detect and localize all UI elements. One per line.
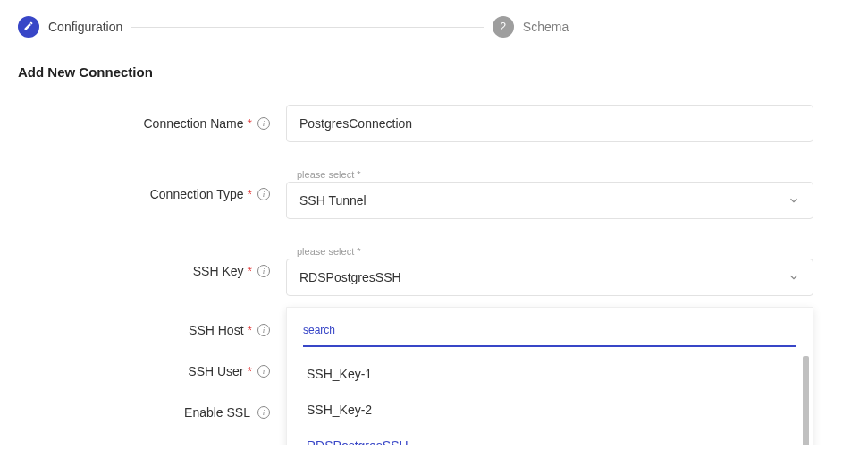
stepper: Configuration 2 Schema (18, 16, 850, 38)
info-icon[interactable] (257, 117, 270, 130)
step-label-schema: Schema (523, 20, 569, 34)
float-label-connection-type: please select * (297, 169, 813, 180)
required-marker: * (248, 116, 252, 131)
dropdown-option-selected[interactable]: RDSPostgresSSH (287, 428, 809, 445)
float-label-ssh-key: please select * (297, 246, 813, 257)
step-schema[interactable]: 2 Schema (493, 16, 569, 38)
info-icon[interactable] (257, 365, 270, 378)
scrollbar[interactable] (803, 356, 809, 445)
pencil-icon (18, 16, 39, 38)
required-marker: * (248, 264, 252, 278)
label-connection-name: Connection Name * (18, 116, 286, 131)
chevron-down-icon (788, 271, 800, 284)
step-label-configuration: Configuration (48, 20, 122, 34)
required-marker: * (248, 323, 252, 337)
label-ssh-host: SSH Host * (18, 323, 286, 337)
row-connection-type: Connection Type * please select * SSH Tu… (18, 169, 850, 219)
chevron-down-icon (788, 194, 800, 207)
label-ssh-user: SSH User * (18, 364, 286, 378)
dropdown-option[interactable]: SSH_Key-2 (287, 392, 809, 428)
required-marker: * (248, 187, 252, 201)
step-number-icon: 2 (493, 16, 514, 38)
ssh-key-dropdown: SSH_Key-1 SSH_Key-2 RDSPostgresSSH (286, 307, 813, 445)
connection-type-value: SSH Tunnel (299, 193, 367, 208)
connection-type-select[interactable]: SSH Tunnel (286, 182, 813, 219)
dropdown-list: SSH_Key-1 SSH_Key-2 RDSPostgresSSH (287, 356, 809, 445)
info-icon[interactable] (257, 265, 270, 277)
ssh-key-select[interactable]: RDSPostgresSSH (286, 259, 813, 296)
info-icon[interactable] (257, 188, 270, 200)
info-icon[interactable] (257, 324, 270, 336)
dropdown-search-input[interactable] (303, 320, 796, 347)
info-icon[interactable] (257, 406, 270, 419)
connection-name-input[interactable] (286, 105, 813, 142)
required-marker: * (248, 364, 252, 378)
row-connection-name: Connection Name * (18, 105, 850, 142)
label-ssh-key: SSH Key * (18, 264, 286, 278)
label-connection-type: Connection Type * (18, 187, 286, 201)
step-divider (131, 27, 484, 28)
label-enable-ssl: Enable SSL (18, 405, 286, 420)
row-ssh-key: SSH Key * please select * RDSPostgresSSH… (18, 246, 850, 296)
page-title: Add New Connection (18, 64, 850, 80)
dropdown-option[interactable]: SSH_Key-1 (287, 356, 809, 392)
step-configuration[interactable]: Configuration (18, 16, 122, 38)
ssh-key-value: RDSPostgresSSH (299, 270, 401, 284)
